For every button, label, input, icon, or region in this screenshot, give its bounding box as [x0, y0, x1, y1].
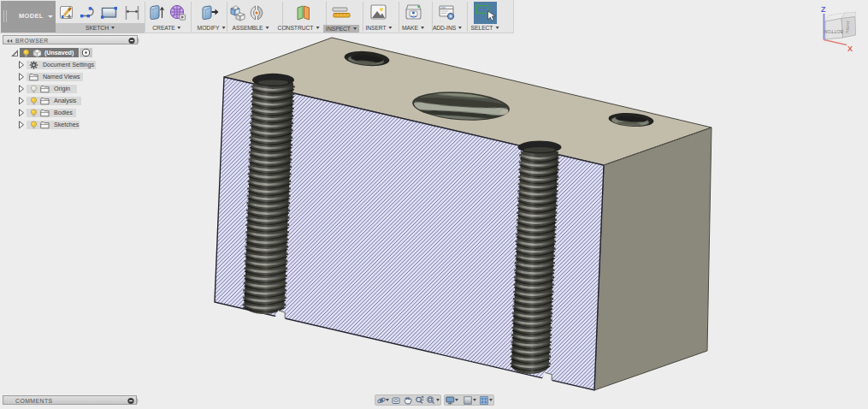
svg-text:Z: Z — [821, 5, 826, 14]
svg-text:BOTTOM: BOTTOM — [824, 29, 843, 34]
svg-text:X: X — [847, 44, 853, 53]
